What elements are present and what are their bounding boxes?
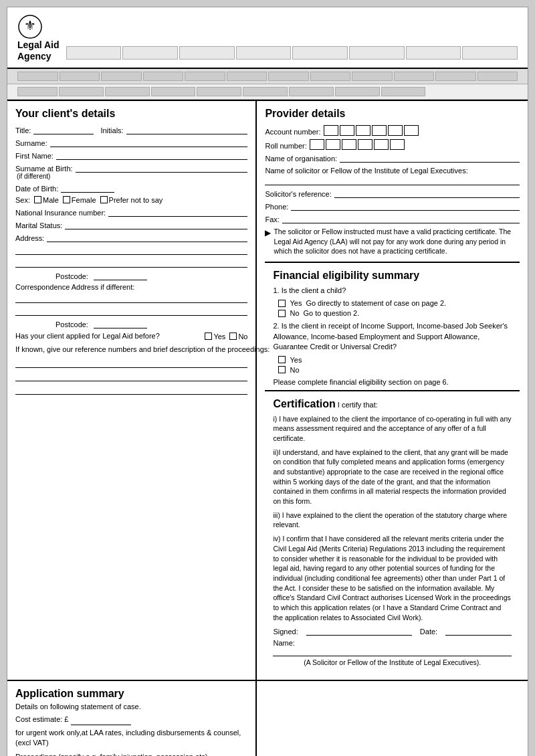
- acct-box3[interactable]: [356, 125, 370, 136]
- app-sub: Details on following statement of case.: [15, 702, 247, 711]
- account-label: Account number:: [265, 128, 320, 136]
- notice-arrow-icon: ▶: [265, 227, 271, 256]
- cert-name-row: Name: (A Solicitor or Fellow of the Inst…: [273, 639, 512, 666]
- roll-box4[interactable]: [358, 139, 372, 150]
- ni-label: National Insurance number:: [15, 209, 106, 217]
- roll-label: Roll number:: [265, 142, 306, 150]
- roll-boxes: [310, 139, 405, 150]
- cost-label: Cost estimate: £: [15, 715, 68, 725]
- postcode1-label: Postcode:: [56, 272, 88, 280]
- surname-birth-input[interactable]: [76, 163, 248, 173]
- postcode1-input[interactable]: [94, 271, 147, 280]
- right-column: Provider details Account number: Roll nu…: [257, 101, 528, 680]
- client-details-title: Your client's details: [15, 108, 247, 120]
- initials-label: Initials:: [100, 126, 123, 134]
- sex-label: Sex:: [15, 196, 30, 204]
- address-input2[interactable]: [15, 246, 247, 255]
- fin-q1-yes-checkbox[interactable]: [278, 300, 286, 307]
- postcode2-input[interactable]: [94, 319, 147, 328]
- cert-note: (A Solicitor or Fellow of the Institute …: [273, 658, 512, 666]
- header: ⚜ Legal Aid Agency: [7, 7, 528, 69]
- legal-aid-yes-checkbox[interactable]: [205, 333, 212, 340]
- corr-address-input1[interactable]: [15, 294, 247, 303]
- legal-aid-no-label: No: [238, 333, 247, 341]
- date-input[interactable]: [445, 626, 512, 636]
- fax-input[interactable]: [282, 214, 520, 223]
- title-input[interactable]: [33, 125, 94, 134]
- roll-box2[interactable]: [326, 139, 340, 150]
- firstname-label: First Name:: [15, 152, 54, 160]
- acct-box6[interactable]: [404, 125, 419, 136]
- org-input[interactable]: [340, 153, 520, 163]
- left-column: Your client's details Title: Initials: S…: [7, 101, 257, 680]
- app-summary-title: Application summary: [15, 688, 247, 700]
- solicitor-block: Name of solicitor or Fellow of the Insti…: [265, 166, 520, 185]
- cert-para2: ii)I understand, and have explained to t…: [273, 448, 512, 506]
- title-label: Title:: [15, 126, 31, 134]
- cost-input[interactable]: [71, 716, 131, 725]
- dob-input[interactable]: [61, 183, 114, 193]
- cert-para3: iii) I have explained to the client the …: [273, 510, 512, 530]
- fin-q1-options: Yes Go directly to statement of case on …: [278, 299, 512, 317]
- initials-input[interactable]: [126, 125, 248, 134]
- ref-input3[interactable]: [15, 384, 247, 395]
- account-boxes: [324, 125, 419, 136]
- cert-para1: i) I have explained to the client the im…: [273, 414, 512, 444]
- corr-address-input2[interactable]: [15, 306, 247, 316]
- firstname-input[interactable]: [56, 151, 248, 160]
- fin-q1-no-label: No: [290, 309, 299, 317]
- sex-prefer-checkbox[interactable]: [100, 196, 108, 203]
- sol-ref-input[interactable]: [334, 189, 520, 198]
- financial-section: Financial eligibility summary 1. Is the …: [265, 262, 520, 390]
- surname-birth-note: (if different): [17, 173, 50, 180]
- roll-box6[interactable]: [390, 139, 405, 150]
- sex-prefer-label: Prefer not to say: [109, 196, 163, 204]
- sex-female-checkbox[interactable]: [63, 196, 70, 203]
- cert-title: Certification: [273, 398, 335, 409]
- phone-input[interactable]: [291, 201, 520, 211]
- proceedings-row: Proceedings (specify e.g. family injunct…: [15, 753, 247, 756]
- marital-input[interactable]: [65, 220, 247, 229]
- provider-title: Provider details: [265, 108, 520, 120]
- fin-q2-note: Please complete financial eligibility se…: [273, 378, 512, 386]
- fin-q2-yes-label: Yes: [290, 356, 302, 364]
- cert-para4: iv) I confirm that I have considered all…: [273, 534, 512, 622]
- fin-q2-no-checkbox[interactable]: [278, 366, 286, 373]
- svg-text:⚜: ⚜: [24, 18, 36, 33]
- cost-note: for urgent work only,at LAA rates, inclu…: [15, 728, 247, 749]
- ref-input2[interactable]: [15, 371, 247, 381]
- logo-text: Legal Aid Agency: [17, 39, 60, 62]
- legal-aid-no-checkbox[interactable]: [229, 333, 237, 340]
- acct-box4[interactable]: [372, 125, 387, 136]
- surname-input[interactable]: [50, 138, 248, 147]
- fin-q2-options: Yes No: [278, 356, 512, 374]
- address-input3[interactable]: [15, 258, 247, 268]
- roll-box5[interactable]: [374, 139, 389, 150]
- fin-q1-yes-note: Go directly to statement of case on page…: [306, 299, 446, 307]
- address-input1[interactable]: [47, 233, 247, 242]
- sex-male-checkbox[interactable]: [34, 196, 41, 203]
- solicitor-label: Name of solicitor or Fellow of the Insti…: [265, 167, 467, 175]
- acct-box1[interactable]: [324, 125, 338, 136]
- fin-q2-yes-checkbox[interactable]: [278, 356, 286, 363]
- fin-title: Financial eligibility summary: [273, 270, 512, 282]
- signed-input[interactable]: [306, 626, 412, 636]
- name-input[interactable]: [273, 647, 512, 656]
- fin-q1-no-checkbox[interactable]: [278, 310, 286, 317]
- ni-input[interactable]: [108, 207, 247, 217]
- logo-emblem: ⚜: [17, 14, 43, 39]
- solicitor-input[interactable]: [265, 176, 520, 185]
- address-label: Address:: [15, 234, 44, 242]
- acct-box5[interactable]: [388, 125, 403, 136]
- date-label: Date:: [420, 628, 437, 636]
- certification-section: Certification I certify that: i) I have …: [265, 390, 520, 674]
- fin-q2: 2. Is the client in receipt of Income Su…: [273, 321, 512, 352]
- ref-input1[interactable]: [15, 357, 247, 368]
- surname-birth-label: Surname at Birth:: [15, 165, 73, 173]
- fin-q2-no-label: No: [290, 366, 299, 374]
- cost-row: Cost estimate: £ for urgent work only,at…: [15, 715, 247, 748]
- roll-box1[interactable]: [310, 139, 324, 150]
- acct-box2[interactable]: [340, 125, 354, 136]
- legal-aid-q: Has your client applied for Legal Aid be…: [15, 331, 199, 341]
- roll-box3[interactable]: [342, 139, 356, 150]
